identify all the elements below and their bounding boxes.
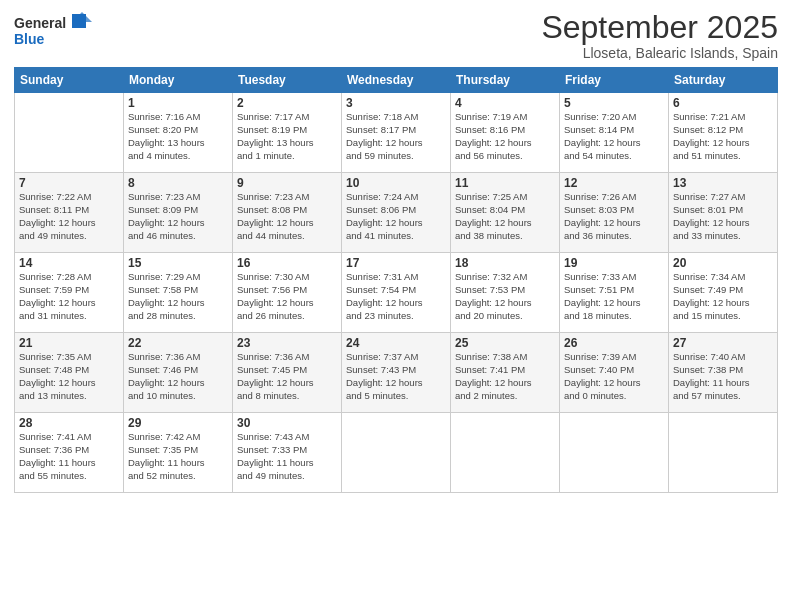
calendar-cell: 8Sunrise: 7:23 AM Sunset: 8:09 PM Daylig… bbox=[124, 173, 233, 253]
day-info: Sunrise: 7:40 AM Sunset: 7:38 PM Dayligh… bbox=[673, 351, 773, 402]
day-info: Sunrise: 7:22 AM Sunset: 8:11 PM Dayligh… bbox=[19, 191, 119, 242]
header: General Blue September 2025 Lloseta, Bal… bbox=[14, 10, 778, 61]
day-header-wednesday: Wednesday bbox=[342, 68, 451, 93]
logo: General Blue bbox=[14, 10, 94, 54]
calendar-cell: 4Sunrise: 7:19 AM Sunset: 8:16 PM Daylig… bbox=[451, 93, 560, 173]
day-number: 5 bbox=[564, 96, 664, 110]
day-info: Sunrise: 7:39 AM Sunset: 7:40 PM Dayligh… bbox=[564, 351, 664, 402]
day-info: Sunrise: 7:35 AM Sunset: 7:48 PM Dayligh… bbox=[19, 351, 119, 402]
day-info: Sunrise: 7:38 AM Sunset: 7:41 PM Dayligh… bbox=[455, 351, 555, 402]
calendar-cell: 15Sunrise: 7:29 AM Sunset: 7:58 PM Dayli… bbox=[124, 253, 233, 333]
day-number: 23 bbox=[237, 336, 337, 350]
day-info: Sunrise: 7:43 AM Sunset: 7:33 PM Dayligh… bbox=[237, 431, 337, 482]
page: General Blue September 2025 Lloseta, Bal… bbox=[0, 0, 792, 612]
day-number: 12 bbox=[564, 176, 664, 190]
day-info: Sunrise: 7:34 AM Sunset: 7:49 PM Dayligh… bbox=[673, 271, 773, 322]
day-number: 20 bbox=[673, 256, 773, 270]
day-header-friday: Friday bbox=[560, 68, 669, 93]
day-info: Sunrise: 7:26 AM Sunset: 8:03 PM Dayligh… bbox=[564, 191, 664, 242]
day-info: Sunrise: 7:17 AM Sunset: 8:19 PM Dayligh… bbox=[237, 111, 337, 162]
day-info: Sunrise: 7:32 AM Sunset: 7:53 PM Dayligh… bbox=[455, 271, 555, 322]
day-number: 1 bbox=[128, 96, 228, 110]
calendar-cell bbox=[451, 413, 560, 493]
calendar-cell: 17Sunrise: 7:31 AM Sunset: 7:54 PM Dayli… bbox=[342, 253, 451, 333]
calendar-cell: 12Sunrise: 7:26 AM Sunset: 8:03 PM Dayli… bbox=[560, 173, 669, 253]
day-info: Sunrise: 7:23 AM Sunset: 8:08 PM Dayligh… bbox=[237, 191, 337, 242]
day-header-tuesday: Tuesday bbox=[233, 68, 342, 93]
calendar-cell: 20Sunrise: 7:34 AM Sunset: 7:49 PM Dayli… bbox=[669, 253, 778, 333]
day-number: 22 bbox=[128, 336, 228, 350]
calendar-cell: 6Sunrise: 7:21 AM Sunset: 8:12 PM Daylig… bbox=[669, 93, 778, 173]
day-info: Sunrise: 7:42 AM Sunset: 7:35 PM Dayligh… bbox=[128, 431, 228, 482]
day-number: 8 bbox=[128, 176, 228, 190]
day-info: Sunrise: 7:36 AM Sunset: 7:46 PM Dayligh… bbox=[128, 351, 228, 402]
day-number: 27 bbox=[673, 336, 773, 350]
calendar-cell: 28Sunrise: 7:41 AM Sunset: 7:36 PM Dayli… bbox=[15, 413, 124, 493]
day-number: 21 bbox=[19, 336, 119, 350]
day-info: Sunrise: 7:24 AM Sunset: 8:06 PM Dayligh… bbox=[346, 191, 446, 242]
calendar-cell: 24Sunrise: 7:37 AM Sunset: 7:43 PM Dayli… bbox=[342, 333, 451, 413]
day-number: 30 bbox=[237, 416, 337, 430]
day-number: 11 bbox=[455, 176, 555, 190]
calendar-cell bbox=[342, 413, 451, 493]
day-info: Sunrise: 7:20 AM Sunset: 8:14 PM Dayligh… bbox=[564, 111, 664, 162]
calendar-cell bbox=[560, 413, 669, 493]
calendar-cell: 3Sunrise: 7:18 AM Sunset: 8:17 PM Daylig… bbox=[342, 93, 451, 173]
day-number: 29 bbox=[128, 416, 228, 430]
title-area: September 2025 Lloseta, Balearic Islands… bbox=[541, 10, 778, 61]
day-info: Sunrise: 7:41 AM Sunset: 7:36 PM Dayligh… bbox=[19, 431, 119, 482]
day-number: 16 bbox=[237, 256, 337, 270]
day-info: Sunrise: 7:16 AM Sunset: 8:20 PM Dayligh… bbox=[128, 111, 228, 162]
svg-text:General: General bbox=[14, 15, 66, 31]
calendar-cell: 21Sunrise: 7:35 AM Sunset: 7:48 PM Dayli… bbox=[15, 333, 124, 413]
day-info: Sunrise: 7:36 AM Sunset: 7:45 PM Dayligh… bbox=[237, 351, 337, 402]
calendar-cell: 2Sunrise: 7:17 AM Sunset: 8:19 PM Daylig… bbox=[233, 93, 342, 173]
day-info: Sunrise: 7:19 AM Sunset: 8:16 PM Dayligh… bbox=[455, 111, 555, 162]
calendar-cell: 22Sunrise: 7:36 AM Sunset: 7:46 PM Dayli… bbox=[124, 333, 233, 413]
day-number: 4 bbox=[455, 96, 555, 110]
day-number: 13 bbox=[673, 176, 773, 190]
day-info: Sunrise: 7:25 AM Sunset: 8:04 PM Dayligh… bbox=[455, 191, 555, 242]
calendar-cell: 1Sunrise: 7:16 AM Sunset: 8:20 PM Daylig… bbox=[124, 93, 233, 173]
day-number: 7 bbox=[19, 176, 119, 190]
calendar-cell: 26Sunrise: 7:39 AM Sunset: 7:40 PM Dayli… bbox=[560, 333, 669, 413]
day-info: Sunrise: 7:23 AM Sunset: 8:09 PM Dayligh… bbox=[128, 191, 228, 242]
day-number: 9 bbox=[237, 176, 337, 190]
day-number: 10 bbox=[346, 176, 446, 190]
calendar-cell: 18Sunrise: 7:32 AM Sunset: 7:53 PM Dayli… bbox=[451, 253, 560, 333]
day-number: 28 bbox=[19, 416, 119, 430]
day-number: 2 bbox=[237, 96, 337, 110]
calendar-cell: 25Sunrise: 7:38 AM Sunset: 7:41 PM Dayli… bbox=[451, 333, 560, 413]
calendar-cell: 30Sunrise: 7:43 AM Sunset: 7:33 PM Dayli… bbox=[233, 413, 342, 493]
day-number: 17 bbox=[346, 256, 446, 270]
calendar-cell: 5Sunrise: 7:20 AM Sunset: 8:14 PM Daylig… bbox=[560, 93, 669, 173]
day-number: 3 bbox=[346, 96, 446, 110]
calendar-cell: 19Sunrise: 7:33 AM Sunset: 7:51 PM Dayli… bbox=[560, 253, 669, 333]
calendar-cell: 29Sunrise: 7:42 AM Sunset: 7:35 PM Dayli… bbox=[124, 413, 233, 493]
calendar-cell bbox=[669, 413, 778, 493]
day-number: 26 bbox=[564, 336, 664, 350]
calendar-body: 1Sunrise: 7:16 AM Sunset: 8:20 PM Daylig… bbox=[15, 93, 778, 493]
day-number: 24 bbox=[346, 336, 446, 350]
calendar-week-row: 14Sunrise: 7:28 AM Sunset: 7:59 PM Dayli… bbox=[15, 253, 778, 333]
calendar-header-row: SundayMondayTuesdayWednesdayThursdayFrid… bbox=[15, 68, 778, 93]
day-info: Sunrise: 7:28 AM Sunset: 7:59 PM Dayligh… bbox=[19, 271, 119, 322]
day-number: 25 bbox=[455, 336, 555, 350]
logo-area: General Blue bbox=[14, 10, 94, 54]
calendar-table: SundayMondayTuesdayWednesdayThursdayFrid… bbox=[14, 67, 778, 493]
calendar-week-row: 21Sunrise: 7:35 AM Sunset: 7:48 PM Dayli… bbox=[15, 333, 778, 413]
day-number: 14 bbox=[19, 256, 119, 270]
calendar-cell: 13Sunrise: 7:27 AM Sunset: 8:01 PM Dayli… bbox=[669, 173, 778, 253]
calendar-cell: 27Sunrise: 7:40 AM Sunset: 7:38 PM Dayli… bbox=[669, 333, 778, 413]
day-info: Sunrise: 7:33 AM Sunset: 7:51 PM Dayligh… bbox=[564, 271, 664, 322]
day-info: Sunrise: 7:29 AM Sunset: 7:58 PM Dayligh… bbox=[128, 271, 228, 322]
calendar-cell bbox=[15, 93, 124, 173]
day-info: Sunrise: 7:30 AM Sunset: 7:56 PM Dayligh… bbox=[237, 271, 337, 322]
main-title: September 2025 bbox=[541, 10, 778, 45]
calendar-week-row: 1Sunrise: 7:16 AM Sunset: 8:20 PM Daylig… bbox=[15, 93, 778, 173]
logo-svg: General Blue bbox=[14, 10, 94, 50]
calendar-cell: 14Sunrise: 7:28 AM Sunset: 7:59 PM Dayli… bbox=[15, 253, 124, 333]
day-info: Sunrise: 7:27 AM Sunset: 8:01 PM Dayligh… bbox=[673, 191, 773, 242]
calendar-week-row: 7Sunrise: 7:22 AM Sunset: 8:11 PM Daylig… bbox=[15, 173, 778, 253]
day-header-sunday: Sunday bbox=[15, 68, 124, 93]
